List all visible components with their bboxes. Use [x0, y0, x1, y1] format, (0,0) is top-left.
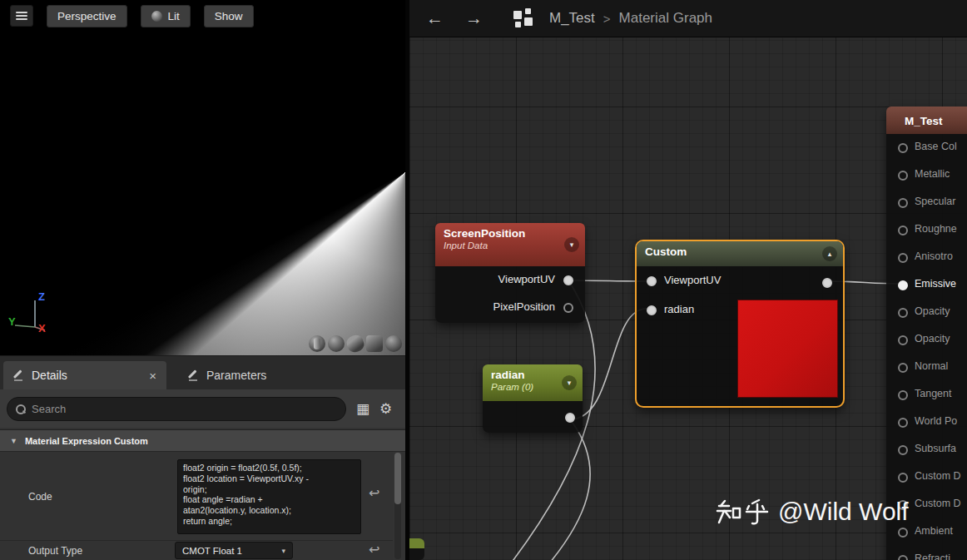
code-line: origin;: [183, 484, 355, 495]
emissive-input-pin[interactable]: [898, 280, 908, 290]
watermark: @Wild Wolf: [716, 498, 909, 526]
normal-input-pin[interactable]: [898, 363, 908, 373]
details-scrollbar[interactable]: [394, 453, 401, 559]
chevron-down-icon: ▾: [281, 547, 285, 555]
output-pin-row: PixelPosition: [435, 294, 585, 321]
perspective-button[interactable]: Perspective: [47, 5, 127, 27]
customdata0-input-pin[interactable]: [898, 473, 908, 483]
opacity-input-pin[interactable]: [898, 308, 908, 318]
settings-gear-icon[interactable]: ⚙: [379, 400, 392, 418]
code-line: return angle;: [183, 516, 355, 527]
tab-details[interactable]: Details ×: [3, 361, 166, 389]
lit-sphere-icon: [151, 11, 162, 22]
node-screenposition-header[interactable]: ScreenPosition Input Data ▾: [435, 223, 585, 266]
cube-shape-button[interactable]: [366, 335, 383, 352]
material-input-row: Opacity: [886, 326, 967, 354]
refraction-input-pin[interactable]: [898, 555, 908, 560]
basecolor-input-pin[interactable]: [898, 143, 908, 153]
output-type-property-row: Output Type CMOT Float 1 ▾ ↩: [0, 541, 393, 560]
pin-label: Base Col: [915, 141, 957, 152]
node-material-result[interactable]: M_Test Base Col Metallic Specular Roughn…: [886, 107, 967, 560]
back-arrow-icon[interactable]: ←: [426, 8, 444, 28]
specular-input-pin[interactable]: [898, 198, 908, 208]
node-custom[interactable]: Custom ▴ ViewportUV radian: [635, 240, 845, 408]
output-pin-row: [483, 401, 583, 433]
search-input[interactable]: [32, 403, 337, 415]
ambientocclusion-input-pin[interactable]: [898, 528, 908, 538]
code-textarea[interactable]: float2 origin = float2(0.5f, 0.5f); floa…: [177, 459, 361, 534]
material-editor-window: Perspective Lit Show Z Y X: [0, 0, 967, 560]
viewportuv-input-pin[interactable]: [647, 276, 657, 286]
anisotropy-input-pin[interactable]: [898, 253, 908, 263]
lit-label: Lit: [168, 10, 180, 22]
zhihu-characters: [716, 498, 769, 526]
pin-label: Refracti: [915, 553, 950, 560]
pin-label: radian: [664, 303, 694, 315]
breadcrumb-material-name[interactable]: M_Test: [549, 10, 595, 27]
material-input-row: Normal: [886, 354, 967, 381]
code-label: Code: [28, 491, 52, 503]
section-material-expression-custom[interactable]: ▼ Material Expression Custom: [0, 429, 405, 452]
code-property-row: Code float2 origin = float2(0.5f, 0.5f);…: [0, 452, 393, 541]
pin-label: Tangent: [915, 388, 951, 399]
details-search-row: ▦ ⚙: [0, 389, 405, 428]
hamburger-icon: [16, 12, 27, 20]
node-screenposition[interactable]: ScreenPosition Input Data ▾ ViewportUV P…: [435, 223, 585, 323]
pin-label: World Po: [915, 415, 957, 427]
mesh-shape-button[interactable]: [385, 335, 402, 352]
details-panel: Details × Parameters ▦ ⚙ ▼ Material Expr…: [0, 355, 405, 560]
tab-parameters[interactable]: Parameters: [178, 361, 276, 389]
radian-output-pin[interactable]: [565, 413, 575, 423]
chevron-down-icon[interactable]: ▾: [564, 237, 579, 252]
roughness-input-pin[interactable]: [898, 225, 908, 235]
lit-mode-button[interactable]: Lit: [141, 5, 191, 27]
opacitymask-input-pin[interactable]: [898, 335, 908, 345]
sphere-shape-button[interactable]: [328, 335, 345, 352]
pin-label: Roughne: [915, 223, 957, 235]
material-input-row: Opacity: [886, 299, 967, 326]
watermark-handle: @Wild Wolf: [778, 498, 909, 526]
output-type-dropdown[interactable]: CMOT Float 1 ▾: [175, 542, 293, 559]
node-custom-header[interactable]: Custom ▴: [637, 241, 843, 266]
reset-to-default-icon[interactable]: ↩: [369, 542, 379, 558]
node-mtest-header[interactable]: M_Test: [886, 107, 967, 134]
show-button[interactable]: Show: [204, 5, 254, 27]
display-filter-icon[interactable]: ▦: [356, 400, 369, 418]
viewportuv-output-pin[interactable]: [563, 275, 573, 285]
viewport-menu-button[interactable]: [10, 5, 33, 27]
preview-viewport[interactable]: Perspective Lit Show Z Y X: [0, 0, 405, 355]
edit-icon: [188, 369, 200, 381]
chevron-up-icon[interactable]: ▴: [822, 246, 837, 261]
edit-icon: [13, 369, 25, 381]
scrollbar-thumb[interactable]: [394, 453, 401, 504]
subsurface-input-pin[interactable]: [898, 445, 908, 455]
plane-shape-button[interactable]: [345, 333, 365, 354]
metallic-input-pin[interactable]: [898, 171, 908, 181]
material-input-row: Specular: [886, 189, 967, 216]
forward-arrow-icon[interactable]: →: [465, 8, 483, 28]
pixelposition-output-pin[interactable]: [563, 303, 573, 313]
close-icon[interactable]: ×: [149, 369, 156, 383]
material-input-row: World Po: [886, 409, 967, 436]
cylinder-shape-button[interactable]: [309, 335, 325, 352]
worldposition-input-pin[interactable]: [898, 418, 908, 428]
node-subtitle: Input Data: [444, 240, 577, 250]
details-tabbar: Details × Parameters: [0, 356, 405, 389]
tangent-input-pin[interactable]: [898, 390, 908, 400]
section-expand-icon: ▼: [10, 437, 17, 445]
pin-label: Opacity: [915, 333, 950, 344]
radian-input-pin[interactable]: [647, 305, 657, 315]
offscreen-node-fragment[interactable]: [409, 538, 424, 560]
node-radian-param[interactable]: radian Param (0) ▾: [483, 364, 583, 433]
pin-label: Custom D: [915, 498, 961, 509]
node-radian-header[interactable]: radian Param (0) ▾: [483, 364, 583, 401]
pin-label: Specular: [915, 196, 955, 207]
axis-label-z: Z: [38, 290, 45, 303]
pin-label: ViewportUV: [664, 274, 721, 286]
chevron-down-icon[interactable]: ▾: [562, 375, 577, 390]
search-box[interactable]: [7, 397, 346, 421]
reset-to-default-icon[interactable]: ↩: [369, 485, 379, 501]
custom-output-pin[interactable]: [822, 278, 832, 288]
material-graph-canvas[interactable]: ScreenPosition Input Data ▾ ViewportUV P…: [409, 0, 967, 560]
breadcrumb-current-page: Material Graph: [619, 10, 712, 27]
